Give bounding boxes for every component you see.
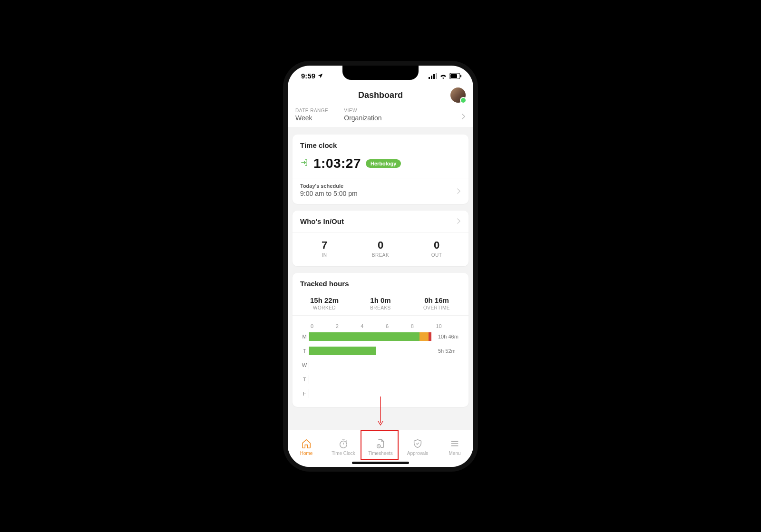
chevron-right-icon <box>457 218 461 224</box>
document-clock-icon <box>375 438 386 449</box>
bar-track <box>309 332 434 341</box>
bar-day-label: M <box>300 334 309 339</box>
chart-rows: M10h 46mT5h 52mWTF <box>300 332 461 398</box>
todays-schedule-row[interactable]: Today's schedule 9:00 am to 5:00 pm <box>293 178 468 204</box>
location-icon <box>317 73 323 79</box>
stat-out-count: 0 <box>409 239 465 251</box>
filter-date-range-value: Week <box>295 114 328 122</box>
stat-break-label: BREAK <box>352 252 409 258</box>
nav-timesheets-label: Timesheets <box>368 451 392 456</box>
bar-track <box>309 361 434 369</box>
page-title: Dashboard <box>358 90 403 100</box>
axis-tick: 4 <box>361 323 386 329</box>
hamburger-icon <box>449 438 460 449</box>
svg-rect-6 <box>460 75 461 77</box>
axis-tick: 2 <box>336 323 361 329</box>
filter-view[interactable]: VIEW Organization <box>336 108 389 122</box>
filter-view-label: VIEW <box>344 108 381 113</box>
annotation-arrow-icon <box>377 397 384 428</box>
chart-x-axis: 0246810 <box>311 323 461 329</box>
summary-worked-value: 15h 22m <box>296 296 352 304</box>
nav-time-clock[interactable]: Time Clock <box>325 430 362 460</box>
tracked-hours-title: Tracked hours <box>300 280 461 288</box>
bottom-nav: Home Time Clock Timesheets Approvals Men… <box>288 430 473 467</box>
wifi-icon <box>439 73 447 79</box>
chart-bar-row: T <box>300 375 461 384</box>
filter-date-range[interactable]: DATE RANGE Week <box>295 108 336 122</box>
avatar[interactable] <box>450 87 466 103</box>
bar-total-label: 10h 46m <box>438 334 461 339</box>
axis-tick: 10 <box>436 323 461 329</box>
time-clock-card: Time clock 1:03:27 Herbology Today's sch… <box>293 135 468 204</box>
phone-frame: 9:59 Dashboard DATE RANGE Week VIEW Orga… <box>288 66 473 467</box>
summary-breaks: 1h 0m BREAKS <box>352 296 409 310</box>
schedule-label: Today's schedule <box>300 183 461 189</box>
chart-bar-row: M10h 46m <box>300 332 461 341</box>
device-notch <box>342 66 419 80</box>
bar-segment <box>309 332 420 341</box>
elapsed-time: 1:03:27 <box>313 156 361 171</box>
nav-time-clock-label: Time Clock <box>332 451 355 456</box>
nav-menu[interactable]: Menu <box>436 430 473 460</box>
whos-in-out-card: Who's In/Out 7 IN 0 BREAK 0 OUT <box>293 211 468 266</box>
summary-breaks-value: 1h 0m <box>352 296 409 304</box>
svg-rect-0 <box>429 77 430 79</box>
bar-track <box>309 375 434 384</box>
stat-in-count: 7 <box>296 239 352 251</box>
nav-menu-label: Menu <box>449 451 460 456</box>
nav-approvals[interactable]: Approvals <box>399 430 436 460</box>
stat-in: 7 IN <box>296 239 352 258</box>
bar-total-label: 5h 52m <box>438 348 461 354</box>
stat-break-count: 0 <box>352 239 409 251</box>
time-clock-title: Time clock <box>300 141 461 149</box>
summary-worked-label: WORKED <box>296 305 352 310</box>
shield-check-icon <box>412 438 423 449</box>
stat-out: 0 OUT <box>409 239 465 258</box>
home-indicator <box>352 462 409 464</box>
axis-tick: 8 <box>411 323 436 329</box>
filter-date-range-label: DATE RANGE <box>295 108 328 113</box>
chart-bar-row: W <box>300 360 461 370</box>
bar-day-label: W <box>300 362 309 368</box>
summary-overtime-label: OVERTIME <box>409 305 465 310</box>
home-icon <box>301 438 312 449</box>
stat-in-label: IN <box>296 252 352 258</box>
nav-home[interactable]: Home <box>288 430 325 460</box>
stat-break: 0 BREAK <box>352 239 409 258</box>
whos-in-out-header[interactable]: Who's In/Out <box>293 211 468 232</box>
axis-tick: 6 <box>386 323 411 329</box>
app-header: Dashboard <box>288 87 473 106</box>
bar-segment <box>429 332 431 341</box>
axis-tick: 0 <box>311 323 336 329</box>
cellular-icon <box>429 73 437 79</box>
svg-point-7 <box>340 441 347 448</box>
chart-bar-row: T5h 52m <box>300 346 461 356</box>
summary-overtime-value: 0h 16m <box>409 296 465 304</box>
filter-bar[interactable]: DATE RANGE Week VIEW Organization <box>288 106 473 128</box>
clock-in-icon <box>300 158 309 169</box>
content-scroll[interactable]: Time clock 1:03:27 Herbology Today's sch… <box>288 128 473 430</box>
nav-home-label: Home <box>300 451 313 456</box>
bar-track <box>309 389 434 398</box>
summary-overtime: 0h 16m OVERTIME <box>409 296 465 310</box>
summary-breaks-label: BREAKS <box>352 305 409 310</box>
filter-view-value: Organization <box>344 114 381 122</box>
nav-timesheets[interactable]: Timesheets <box>362 430 399 460</box>
bar-day-label: T <box>300 348 309 354</box>
bar-day-label: F <box>300 391 309 397</box>
bar-track <box>309 347 434 355</box>
bar-day-label: T <box>300 377 309 382</box>
svg-rect-5 <box>450 74 457 78</box>
bar-segment <box>309 347 376 355</box>
job-badge[interactable]: Herbology <box>366 159 401 168</box>
stat-out-label: OUT <box>409 252 465 258</box>
summary-worked: 15h 22m WORKED <box>296 296 352 310</box>
battery-icon <box>449 73 462 79</box>
svg-rect-1 <box>431 76 432 79</box>
chevron-right-icon <box>462 114 466 119</box>
status-time: 9:59 <box>301 72 315 80</box>
stopwatch-icon <box>338 438 349 449</box>
schedule-value: 9:00 am to 5:00 pm <box>300 190 461 197</box>
whos-in-out-title: Who's In/Out <box>300 217 344 225</box>
nav-approvals-label: Approvals <box>407 451 428 456</box>
